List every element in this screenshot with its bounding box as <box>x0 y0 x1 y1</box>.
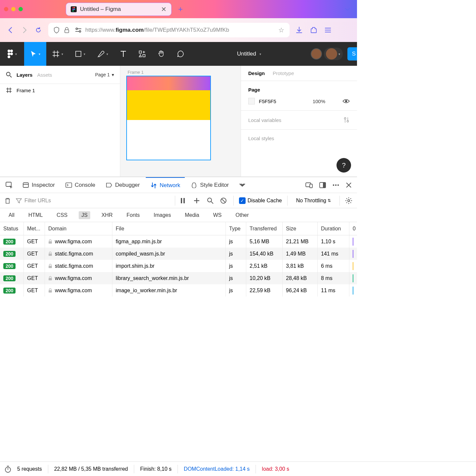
add-icon[interactable] <box>194 198 202 204</box>
resources-button[interactable] <box>133 42 152 66</box>
layer-row[interactable]: Frame 1 <box>0 84 120 97</box>
shape-tool-button[interactable]: ▾ <box>69 42 91 66</box>
element-picker-icon[interactable] <box>2 181 17 189</box>
devtools: Inspector Console Debugger Network Style… <box>0 177 357 297</box>
svg-point-46 <box>337 184 339 185</box>
filter-js[interactable]: JS <box>79 211 90 219</box>
page-selector[interactable]: Page 1 ▾ <box>95 72 114 77</box>
more-options-icon[interactable] <box>333 184 339 186</box>
tab-overflow-icon[interactable] <box>235 183 250 187</box>
canvas[interactable]: Frame 1 <box>120 66 241 177</box>
frame[interactable] <box>126 76 211 160</box>
filter-fonts[interactable]: Fonts <box>124 211 142 219</box>
clear-icon[interactable] <box>5 197 11 204</box>
document-title[interactable]: Untitled ▾ <box>233 51 265 57</box>
col-file[interactable]: File <box>112 222 226 235</box>
tab-overflow-button[interactable] <box>344 7 350 11</box>
extensions-icon[interactable] <box>310 26 319 34</box>
filter-xhr[interactable]: XHR <box>99 211 115 219</box>
frame-tool-button[interactable]: ▾ <box>46 42 69 66</box>
frame-label[interactable]: Frame 1 <box>128 70 143 75</box>
close-tab-icon[interactable]: ✕ <box>161 5 167 13</box>
text-tool-button[interactable] <box>114 42 133 66</box>
tab-layers[interactable]: Layers <box>17 72 32 78</box>
downloads-icon[interactable] <box>296 26 304 34</box>
menu-icon[interactable] <box>325 27 333 33</box>
multiplayer-avatar-group[interactable]: ▾ <box>324 48 343 60</box>
col-domain[interactable]: Domain <box>45 222 112 235</box>
filter-ws[interactable]: WS <box>211 211 224 219</box>
filter-media[interactable]: Media <box>182 211 202 219</box>
tab-prototype[interactable]: Prototype <box>273 70 294 76</box>
search-icon[interactable] <box>207 197 215 204</box>
minimize-window-button[interactable] <box>11 7 16 11</box>
close-window-button[interactable] <box>4 7 8 11</box>
tab-console[interactable]: Console <box>61 177 100 193</box>
col-waterfall[interactable]: 0 <box>349 222 357 235</box>
table-row[interactable]: 200 GET static.figma.com import.shim.js.… <box>0 260 357 272</box>
type-filter-bar: All HTML CSS JS XHR Fonts Images Media W… <box>0 208 357 222</box>
new-tab-button[interactable]: + <box>178 5 183 14</box>
throttling-select[interactable]: No Throttling ⇅ <box>293 198 334 204</box>
filter-css[interactable]: CSS <box>54 211 70 219</box>
chevron-down-icon: ▾ <box>338 52 340 56</box>
col-method[interactable]: Met... <box>24 222 45 235</box>
table-row[interactable]: 200 GET static.figma.com compiled_wasm.j… <box>0 248 357 260</box>
color-opacity[interactable]: 100% <box>313 99 325 104</box>
figma-menu-button[interactable]: ▾ <box>0 42 24 66</box>
settings-gear-icon[interactable] <box>345 197 352 204</box>
lock-icon <box>64 27 71 33</box>
comment-tool-button[interactable] <box>171 42 190 66</box>
color-hex[interactable]: F5F5F5 <box>259 99 309 104</box>
filter-input[interactable]: Filter URLs <box>16 198 170 204</box>
color-swatch[interactable] <box>248 98 255 104</box>
col-type[interactable]: Type <box>226 222 246 235</box>
table-row[interactable]: 200 GET www.figma.com image_io_worker.mi… <box>0 284 357 297</box>
col-duration[interactable]: Duration <box>318 222 349 235</box>
user-avatar[interactable] <box>311 48 322 60</box>
responsive-mode-icon[interactable] <box>305 182 313 188</box>
col-status[interactable]: Status <box>0 222 24 235</box>
filter-images[interactable]: Images <box>151 211 174 219</box>
table-row[interactable]: 200 GET www.figma.com figma_app.min.js.b… <box>0 235 357 248</box>
reload-button[interactable] <box>34 26 42 34</box>
browser-tab-active[interactable]: Untitled – Figma ✕ <box>66 3 172 16</box>
tab-network[interactable]: Network <box>146 177 185 193</box>
visibility-icon[interactable] <box>342 99 350 104</box>
svg-point-34 <box>347 121 349 122</box>
cell-method: GET <box>24 284 45 297</box>
maximize-window-button[interactable] <box>19 7 23 11</box>
share-button[interactable]: S <box>347 47 357 60</box>
disable-cache-checkbox[interactable]: ✓ Disable Cache <box>239 197 282 204</box>
move-tool-button[interactable]: ▾ <box>24 42 46 66</box>
filter-all[interactable]: All <box>6 211 17 219</box>
bookmark-star-icon[interactable]: ☆ <box>278 26 284 34</box>
local-styles-label[interactable]: Local styles <box>248 136 274 141</box>
block-icon[interactable] <box>220 197 228 204</box>
close-devtools-icon[interactable] <box>346 182 352 188</box>
hand-tool-button[interactable] <box>152 42 171 66</box>
tab-assets[interactable]: Assets <box>37 72 52 78</box>
pen-tool-button[interactable]: ▾ <box>91 42 114 66</box>
local-variables-label[interactable]: Local variables <box>248 117 281 123</box>
table-row[interactable]: 200 GET www.figma.com library_search_wor… <box>0 272 357 284</box>
tab-design[interactable]: Design <box>248 70 265 76</box>
address-bar[interactable]: https://www.figma.com/file/TWEptMYAKhT5X… <box>48 23 290 37</box>
filter-html[interactable]: HTML <box>26 211 46 219</box>
permissions-icon[interactable] <box>75 27 81 33</box>
svg-line-26 <box>10 76 12 77</box>
pause-icon[interactable] <box>180 198 188 204</box>
forward-button[interactable] <box>20 26 28 34</box>
col-transferred[interactable]: Transferred <box>246 222 283 235</box>
filter-other[interactable]: Other <box>233 211 252 219</box>
tab-inspector[interactable]: Inspector <box>18 177 60 193</box>
cell-waterfall <box>349 284 357 297</box>
dock-mode-icon[interactable] <box>319 182 326 188</box>
col-size[interactable]: Size <box>283 222 318 235</box>
tab-style-editor[interactable]: Style Editor <box>186 177 233 193</box>
tab-debugger[interactable]: Debugger <box>101 177 144 193</box>
search-icon[interactable] <box>6 72 12 78</box>
help-button[interactable]: ? <box>337 158 351 173</box>
settings-sliders-icon[interactable] <box>343 117 350 123</box>
back-button[interactable] <box>7 26 15 34</box>
